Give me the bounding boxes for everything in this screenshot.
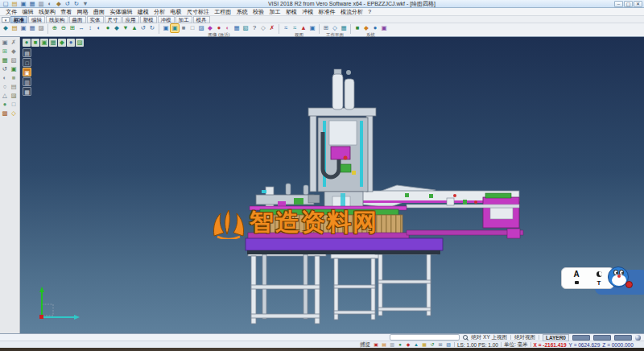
quickbar-icon[interactable]: ▦ [28,0,36,8]
toolbar-icon[interactable]: ● [215,24,223,32]
workflow-tab[interactable]: 加工 [175,16,192,23]
workflow-tab[interactable]: 冲模 [158,16,175,23]
workflow-tab[interactable]: 编辑 [28,16,45,23]
toolbar-icon[interactable]: ↻ [148,24,156,32]
palette-icon[interactable]: ⊞ [1,47,9,56]
toolbar-icon[interactable]: ▦ [340,24,348,32]
toolbar-icon[interactable]: ◆ [2,24,10,32]
toolbar-icon[interactable]: ≈ [291,24,299,32]
quickbar-icon[interactable]: ◆ [55,0,63,8]
render-sphere-icon[interactable] [635,335,641,341]
toolbar-icon[interactable]: ▣ [380,24,388,32]
snap-icon[interactable]: ▣ [373,341,379,348]
palette-icon[interactable]: ◆ [10,47,18,56]
workflow-tab[interactable]: 曲面 [69,16,86,23]
palette-icon[interactable]: ▣ [1,39,9,47]
quickbar-icon[interactable]: ▣ [19,0,27,8]
toolbar-icon[interactable]: ■ [353,24,361,32]
palette-icon[interactable]: ✗ [10,39,18,47]
quickbar-icon[interactable]: ▥ [37,0,45,8]
menu-item[interactable]: 分析 [151,8,167,16]
maximize-button[interactable]: ▢ [624,1,633,7]
color-swatch[interactable] [572,335,590,341]
quickbar-icon[interactable]: ↺ [64,0,72,8]
menu-item[interactable]: 查看 [58,8,74,16]
menu-item[interactable]: 塑模 [283,8,299,16]
palette-icon[interactable]: ◐ [1,74,9,82]
minimize-button[interactable]: – [614,1,623,7]
menu-item[interactable]: 标准件 [316,8,337,16]
ime-toolbar-sticker[interactable]: A T [561,265,644,299]
quickbar-icon[interactable]: ▢ [2,0,10,8]
menu-item[interactable]: 校验 [250,8,266,16]
menu-item[interactable]: 系统 [234,8,250,16]
toolbar-icon[interactable]: ? [250,24,258,32]
palette-icon[interactable]: ■ [10,74,18,82]
toolbar-icon[interactable]: ▣ [308,24,316,32]
workplane-status[interactable]: 绝对 XY 上视图 [471,334,507,341]
menu-item[interactable]: 电极 [167,8,184,16]
toolbar-icon[interactable]: ▲ [130,24,138,32]
palette-icon[interactable]: ▣ [10,65,18,73]
menu-item[interactable]: ? [365,9,374,14]
menu-item[interactable]: 实体编辑 [107,8,134,16]
menu-item[interactable]: 模流分析 [338,8,365,16]
menu-item[interactable]: 加工 [266,8,283,16]
toolbar-icon[interactable]: ◐ [95,24,103,32]
toolbar-icon[interactable]: ▦ [233,24,241,32]
toolbar-icon[interactable]: ▣ [19,24,27,32]
quickbar-icon[interactable]: ▤ [10,0,19,8]
menu-item[interactable]: 工程图 [212,8,233,16]
search-icon[interactable] [463,335,468,340]
toolbar-icon[interactable]: ◆ [113,24,121,32]
workflow-tab[interactable]: 塑模 [140,16,157,23]
toolbar-icon[interactable]: ▤ [10,24,19,32]
ime-pad[interactable]: A T [561,267,614,289]
toolbar-icon[interactable]: ≈ [282,24,290,32]
palette-icon[interactable]: ○ [1,83,9,91]
toolbar-icon[interactable]: ↕ [86,24,94,32]
toolbar-icon[interactable]: ▣ [162,24,170,32]
toolbar-icon[interactable]: ▨ [197,24,205,32]
toolbar-icon[interactable]: ▼ [122,24,130,32]
command-input[interactable] [390,334,460,341]
snap-icon[interactable]: ▦ [421,341,427,348]
quickbar-icon[interactable]: ▼ [81,0,89,8]
palette-icon[interactable]: ▧ [10,56,18,64]
tab-overflow-dropdown[interactable]: ▾ [2,17,10,23]
palette-icon[interactable]: ▦ [1,56,9,64]
color-swatch[interactable] [593,335,611,341]
workflow-tab[interactable]: 线架构 [46,16,68,23]
toolbar-icon[interactable]: ▨ [37,24,45,32]
snap-icon[interactable]: ⊞ [437,341,444,348]
workflow-tab[interactable]: 实体 [87,16,104,23]
palette-icon[interactable]: ● [1,101,9,109]
toolbar-icon[interactable]: ▲ [299,24,308,32]
toolbar-icon[interactable]: ● [104,24,112,32]
close-button[interactable]: ✕ [634,1,642,7]
toolbar-icon[interactable]: ■ [180,24,188,32]
snap-icon[interactable]: ◆ [405,341,411,348]
color-swatch[interactable] [614,335,632,341]
workflow-tab[interactable]: 应用 [122,16,139,23]
menu-item[interactable]: 曲面 [91,8,107,16]
toolbar-icon[interactable]: ⊞ [322,24,330,32]
toolbar-icon[interactable]: ↔ [77,24,85,32]
toolbar-icon[interactable]: ⊖ [60,24,68,32]
toolbar-icon[interactable]: ⊕ [51,24,59,32]
toolbar-icon[interactable]: ◆ [206,24,214,32]
menu-item[interactable]: 尺寸标注 [184,8,212,16]
toolbar-icon[interactable]: ◇ [259,24,267,32]
toolbar-icon[interactable]: ⊞ [68,24,76,32]
toolbar-icon[interactable]: ● [371,24,379,32]
toolbar-icon[interactable]: ◆ [362,24,370,32]
workflow-tab[interactable]: 模具 [193,16,210,23]
toolbar-icon[interactable]: ↺ [139,24,147,32]
palette-icon[interactable]: □ [10,101,18,109]
menu-item[interactable]: 网格 [75,8,91,16]
toolbar-icon[interactable]: ◇ [331,24,339,32]
palette-icon[interactable]: ◇ [10,109,18,118]
toolbar-icon[interactable]: ▣ [171,24,179,32]
workflow-tab[interactable]: 标准 [10,16,27,23]
workflow-tab[interactable]: 尺寸 [105,16,122,23]
